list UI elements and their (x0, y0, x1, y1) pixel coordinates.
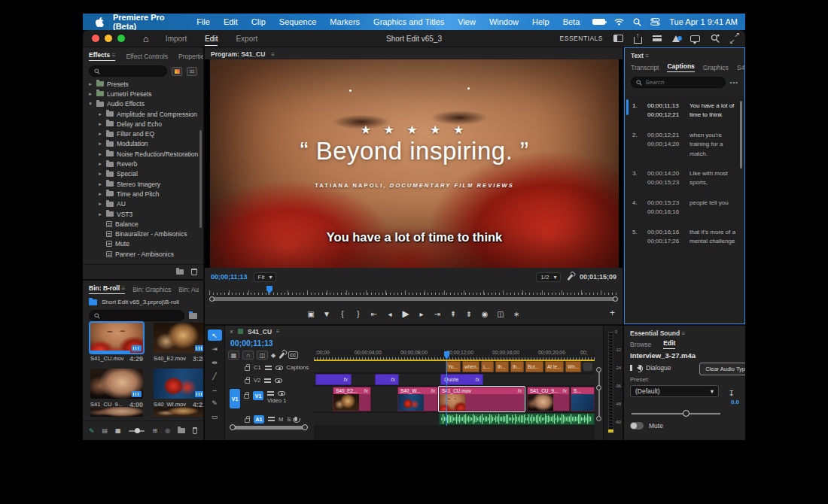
menu-window[interactable]: Window (482, 17, 525, 26)
scrollbar-left-handle[interactable] (209, 296, 215, 302)
add-marker-icon[interactable]: ▼ (323, 310, 330, 318)
list-view-icon[interactable]: ▤ (102, 427, 108, 434)
track-visibility-icon[interactable] (275, 378, 282, 383)
clip-thumbnail[interactable] (90, 323, 143, 353)
menubar-app-name[interactable]: Premiere Pro (Beta) (108, 13, 190, 31)
effects-search-input[interactable] (89, 65, 167, 77)
tree-collapsed-icon[interactable]: ▸ (97, 201, 103, 207)
mode-tab-export[interactable]: Export (236, 32, 257, 46)
effects-tree-item[interactable]: ▸VST3 (83, 209, 199, 219)
effects-scrollbar[interactable] (199, 130, 202, 228)
menu-view[interactable]: View (451, 17, 482, 26)
video-clip[interactable]: S41_CU_9...fx (527, 387, 570, 411)
bin-clip-item[interactable]: S40_WI.mov4:21 (154, 369, 203, 408)
pen-tool[interactable]: ✎ (208, 397, 222, 408)
menu-beta[interactable]: Beta (556, 17, 587, 26)
effects-tree-item[interactable]: ▸Presets (83, 79, 199, 89)
menu-file[interactable]: File (190, 17, 217, 26)
sequence-tab[interactable]: S41_CU (248, 328, 272, 335)
add-marker-icon[interactable]: ◆ (271, 352, 275, 359)
effects-tree-item[interactable]: Binauralizer - Ambisonics (83, 229, 199, 238)
timeline-settings-icon[interactable] (279, 352, 285, 359)
program-video-frame[interactable]: ★ ★ ★ ★ ★ “ Beyond inspiring. ” TATIANA … (205, 59, 623, 268)
audio-type-label[interactable]: Dialogue (646, 364, 671, 372)
new-bin-icon[interactable] (178, 428, 185, 433)
track-target-v1[interactable]: V1 (253, 391, 263, 400)
search-icon[interactable] (711, 34, 720, 43)
settings-wrench-icon[interactable] (568, 274, 574, 281)
bin-breadcrumb[interactable]: Short Edit v65_3.prproj\B-roll (83, 296, 203, 308)
export-frame-icon[interactable]: ◉ (481, 310, 489, 318)
delete-custom-item-icon[interactable] (191, 269, 197, 275)
caption-text[interactable]: Like with most sports, (689, 169, 740, 188)
source-patch-v1[interactable]: V1 (230, 389, 240, 408)
panel-menu-icon[interactable]: ≡ (276, 328, 280, 335)
lock-icon[interactable] (245, 366, 250, 371)
more-options-icon[interactable]: ••• (730, 79, 738, 86)
effects-tree-item[interactable]: ▾Audio Effects (83, 99, 199, 109)
edit-pencil-icon[interactable]: ✎ (89, 427, 95, 435)
mode-tab-import[interactable]: Import (166, 32, 187, 46)
quick-export-icon[interactable] (634, 37, 642, 44)
track-header-c1[interactable]: C1 Captions (225, 363, 314, 372)
tab-effect-controls[interactable]: Effect Controls (126, 53, 168, 60)
lock-icon[interactable] (245, 418, 250, 423)
clip-thumbnail[interactable] (154, 369, 203, 399)
captions-search-input[interactable]: Search (631, 77, 726, 88)
menubar-clock[interactable]: Tue Apr 1 9:41 AM (669, 17, 738, 26)
graphic-clip[interactable]: fx (315, 374, 352, 385)
audio-clip[interactable] (439, 413, 595, 425)
selection-tool[interactable]: ↖ (208, 329, 222, 341)
accelerated-effects-badge[interactable] (172, 67, 182, 76)
panel-menu-icon[interactable]: ≡ (112, 52, 116, 59)
caption-clip[interactable]: At le... (545, 361, 564, 372)
caption-list-item[interactable]: 4. 00;00;15;2300;00;16;16 people tell yo… (625, 193, 744, 223)
bin-clip-item[interactable]: S41_CU.mov4:29 (90, 323, 143, 363)
tab-graphics[interactable]: Graphics (703, 64, 729, 71)
menu-clip[interactable]: Clip (245, 17, 272, 26)
caption-text[interactable]: that it's more of a mental challenge (689, 228, 740, 247)
zoom-window-button[interactable] (117, 35, 125, 42)
effects-tree-item[interactable]: Panner - Ambisonics (83, 249, 199, 259)
video-clip[interactable]: S41_CU.movfx (439, 387, 525, 411)
track-visibility-icon[interactable] (275, 366, 283, 370)
tab-transcript[interactable]: Transcript (631, 64, 659, 71)
menu-graphics-and-titles[interactable]: Graphics and Titles (367, 17, 451, 26)
effects-tree-item[interactable]: ▸Reverb (83, 159, 199, 169)
spotlight-icon[interactable] (633, 18, 641, 26)
playback-resolution-dropdown[interactable]: 1/2▾ (536, 272, 561, 282)
caption-clip[interactable]: But... (525, 361, 543, 372)
voiceover-record-icon[interactable] (294, 417, 297, 421)
tab-sequence[interactable]: S4 (737, 64, 744, 71)
lift-icon[interactable]: ⇞ (449, 310, 457, 318)
minimize-window-button[interactable] (105, 35, 112, 42)
mark-out-icon[interactable]: } (355, 310, 362, 318)
effects-tree-item[interactable]: ▸Lumetri Presets (83, 89, 199, 99)
caption-text[interactable]: when you're training for a match. (689, 131, 740, 159)
preset-dropdown[interactable]: (Default) ▾ (630, 385, 719, 397)
effects-tree-item[interactable]: ▸Stereo Imagery (83, 179, 199, 189)
tab-bin-graphics[interactable]: Bin: Graphics (132, 286, 171, 293)
tree-collapsed-icon[interactable]: ▸ (97, 181, 103, 187)
collapsed-captions-icon[interactable] (583, 363, 592, 371)
effects-tree-item[interactable]: ▸Time and Pitch (83, 189, 199, 199)
tree-collapsed-icon[interactable]: ▸ (87, 91, 93, 97)
tab-captions[interactable]: Captions (667, 62, 694, 72)
step-back-icon[interactable]: ◂ (386, 310, 394, 318)
program-zoom-scrollbar[interactable] (209, 296, 618, 302)
track-target-a1[interactable]: A1 (254, 415, 264, 424)
caption-clip[interactable]: Yo... (446, 361, 461, 372)
close-window-button[interactable] (92, 35, 99, 42)
clip-thumbnail[interactable] (90, 407, 143, 417)
go-to-in-icon[interactable]: ⇤ (370, 310, 378, 318)
tree-collapsed-icon[interactable]: ▸ (97, 121, 103, 127)
project-settings-icon[interactable] (653, 35, 662, 41)
extract-icon[interactable]: ⇟ (465, 310, 473, 318)
thumbnail-zoom-slider[interactable] (129, 430, 145, 432)
slider-knob[interactable] (683, 410, 689, 417)
captions-scrollbar[interactable] (740, 101, 742, 169)
caption-list-item[interactable]: 2. 00;00;12;2100;00;14;20 when you're tr… (625, 126, 744, 164)
effects-tree-item[interactable]: ▸Special (83, 169, 199, 179)
caption-list-item[interactable]: 5. 00;00;16;1600;00;17;26 that it's more… (625, 223, 744, 252)
nested-sequence-icon[interactable]: ▦ (228, 351, 239, 360)
